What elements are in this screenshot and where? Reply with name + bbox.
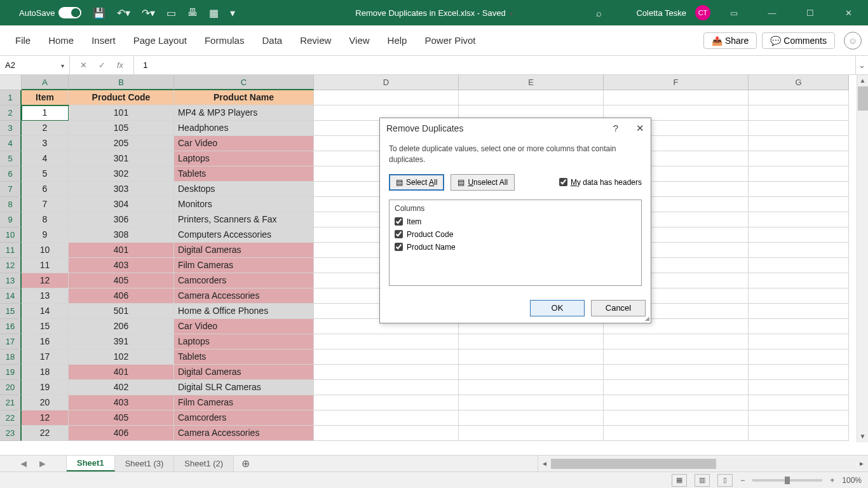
cell[interactable] xyxy=(749,166,849,182)
cell[interactable] xyxy=(749,197,849,212)
table-icon[interactable]: ▦ xyxy=(209,7,219,19)
ribbon-options-icon[interactable]: ▭ xyxy=(719,0,749,25)
cell[interactable]: 8 xyxy=(22,212,69,227)
tab-help[interactable]: Help xyxy=(379,30,416,51)
vertical-scrollbar[interactable]: ▲ ▼ xyxy=(857,75,868,442)
cell[interactable]: 401 xyxy=(69,365,174,380)
zoom-level[interactable]: 100% xyxy=(842,476,862,485)
cell[interactable] xyxy=(604,349,749,365)
cell[interactable] xyxy=(749,90,849,105)
cell[interactable] xyxy=(749,334,849,349)
print-icon[interactable]: 🖶 xyxy=(187,7,198,18)
cell[interactable] xyxy=(749,136,849,151)
add-sheet-button[interactable]: ⊕ xyxy=(234,456,257,471)
cell[interactable]: 13 xyxy=(22,288,69,304)
maximize-icon[interactable]: ☐ xyxy=(796,0,825,25)
cell[interactable]: 6 xyxy=(22,182,69,197)
cell[interactable] xyxy=(749,380,849,395)
cell[interactable]: 405 xyxy=(69,273,174,288)
header-cell[interactable]: Product Code xyxy=(69,90,174,105)
tab-power-pivot[interactable]: Power Pivot xyxy=(416,30,484,51)
cell[interactable] xyxy=(459,90,604,105)
row-header[interactable]: 18 xyxy=(0,349,22,365)
feedback-icon[interactable]: ☺ xyxy=(844,32,862,50)
cell[interactable]: Desktops xyxy=(174,182,314,197)
cell[interactable] xyxy=(749,288,849,304)
cell[interactable]: Film Cameras xyxy=(174,395,314,410)
cell[interactable] xyxy=(604,90,749,105)
expand-formula-icon[interactable]: ⌄ xyxy=(855,56,868,74)
select-all-button[interactable]: ▤ Select All xyxy=(389,174,444,191)
close-icon[interactable]: ✕ xyxy=(834,0,863,25)
cell[interactable]: Tablets xyxy=(174,349,314,365)
column-header[interactable]: G xyxy=(749,75,849,90)
scroll-thumb[interactable] xyxy=(858,86,868,111)
header-cell[interactable]: Product Name xyxy=(174,90,314,105)
column-checkbox[interactable]: Product Name xyxy=(395,241,636,254)
cell[interactable]: Headphones xyxy=(174,121,314,136)
cell[interactable]: 10 xyxy=(22,243,69,258)
form-icon[interactable]: ▭ xyxy=(166,7,176,19)
cell[interactable] xyxy=(459,380,604,395)
cell[interactable] xyxy=(459,334,604,349)
cell[interactable] xyxy=(604,334,749,349)
scroll-right-icon[interactable]: ► xyxy=(855,460,868,467)
ok-button[interactable]: OK xyxy=(530,300,585,316)
cell[interactable]: 11 xyxy=(22,258,69,273)
cell[interactable] xyxy=(749,182,849,197)
cell[interactable] xyxy=(749,105,849,121)
name-box[interactable]: A2 xyxy=(0,56,70,74)
header-cell[interactable]: Item xyxy=(22,90,69,105)
confirm-formula-icon[interactable]: ✓ xyxy=(98,60,105,70)
cell[interactable]: 14 xyxy=(22,304,69,319)
row-header[interactable]: 22 xyxy=(0,410,22,426)
comments-button[interactable]: 💬Comments xyxy=(762,32,835,49)
zoom-out-icon[interactable]: − xyxy=(740,476,745,485)
cell[interactable] xyxy=(749,258,849,273)
cell[interactable] xyxy=(749,121,849,136)
cell[interactable] xyxy=(459,395,604,410)
cell[interactable]: Camcorders xyxy=(174,273,314,288)
cell[interactable] xyxy=(749,426,849,441)
tab-view[interactable]: View xyxy=(340,30,378,51)
column-checkbox[interactable]: Item xyxy=(395,215,636,228)
cell[interactable]: Monitors xyxy=(174,197,314,212)
sheet-tab-active[interactable]: Sheet1 xyxy=(67,456,115,471)
cell[interactable]: 5 xyxy=(22,166,69,182)
row-header[interactable]: 4 xyxy=(0,136,22,151)
my-data-has-headers-checkbox[interactable]: My data has headers xyxy=(559,178,642,187)
row-header[interactable]: 5 xyxy=(0,151,22,166)
cell[interactable]: Camera Accessories xyxy=(174,288,314,304)
resize-grip-icon[interactable]: ◢ xyxy=(645,315,649,322)
cell[interactable] xyxy=(459,365,604,380)
cell[interactable]: MP4 & MP3 Players xyxy=(174,105,314,121)
cell[interactable]: 401 xyxy=(69,243,174,258)
cell[interactable]: Laptops xyxy=(174,334,314,349)
column-checkbox[interactable]: Product Code xyxy=(395,228,636,241)
column-header[interactable]: C xyxy=(174,75,314,90)
cell[interactable]: 308 xyxy=(69,227,174,243)
cell[interactable]: 1 xyxy=(22,105,69,121)
cell[interactable]: 12 xyxy=(22,410,69,426)
row-header[interactable]: 12 xyxy=(0,258,22,273)
cell[interactable] xyxy=(314,410,459,426)
cell[interactable]: Digital SLR Cameras xyxy=(174,380,314,395)
cell[interactable]: Printers, Scanners & Fax xyxy=(174,212,314,227)
row-header[interactable]: 19 xyxy=(0,365,22,380)
cell[interactable] xyxy=(604,426,749,441)
cell[interactable]: Tablets xyxy=(174,166,314,182)
scroll-up-icon[interactable]: ▲ xyxy=(857,75,868,86)
autosave-toggle[interactable]: On xyxy=(58,7,81,18)
unselect-all-button[interactable]: ▤ Unselect All xyxy=(451,174,515,191)
row-header[interactable]: 7 xyxy=(0,182,22,197)
cell[interactable]: 17 xyxy=(22,349,69,365)
row-header[interactable]: 15 xyxy=(0,304,22,319)
cell[interactable] xyxy=(749,304,849,319)
column-header[interactable]: A xyxy=(22,75,69,90)
column-header[interactable]: E xyxy=(459,75,604,90)
cell[interactable]: 406 xyxy=(69,288,174,304)
cell[interactable] xyxy=(459,349,604,365)
dialog-help-icon[interactable]: ? xyxy=(613,123,618,134)
title-dropdown-icon[interactable] xyxy=(510,8,513,18)
horizontal-scrollbar[interactable]: ◄ ► xyxy=(538,456,868,471)
